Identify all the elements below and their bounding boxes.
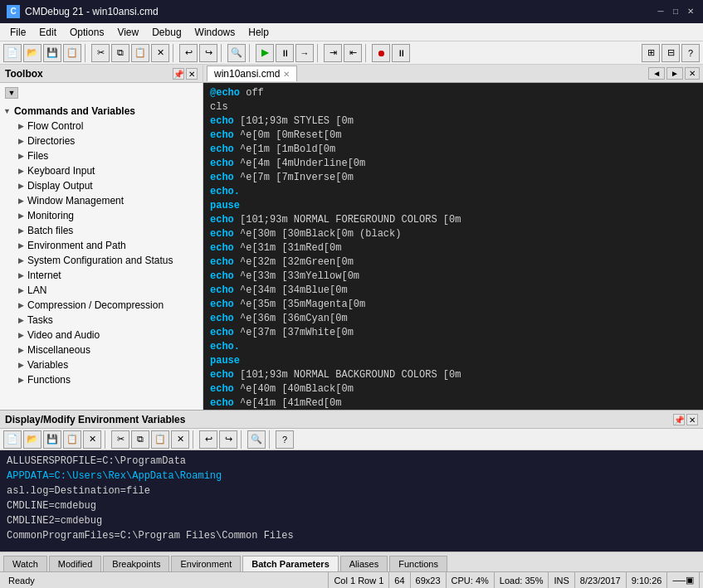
- toolbox-item-7[interactable]: ▶Batch files: [0, 223, 203, 238]
- env-undo-button[interactable]: ↩: [199, 430, 217, 449]
- run-button[interactable]: ▶: [256, 44, 274, 62]
- code-line-21: echo ^e[40m [40mBlack[0m: [203, 382, 703, 396]
- cut-button[interactable]: ✂: [91, 44, 110, 62]
- undo-button[interactable]: ↩: [179, 44, 198, 62]
- toolbox-item-6[interactable]: ▶Monitoring: [0, 208, 203, 223]
- menu-options[interactable]: Options: [63, 25, 110, 40]
- toolbox-item-17[interactable]: ▶Functions: [0, 372, 203, 387]
- maximize-button[interactable]: □: [670, 6, 681, 17]
- toolbox-item-4[interactable]: ▶Display Output: [0, 178, 203, 193]
- close-editor-button[interactable]: ✕: [685, 67, 700, 80]
- code-line-10: echo ^e[30m [30mBlack[0m (black): [203, 227, 703, 241]
- extra-btn1[interactable]: ⊞: [642, 44, 660, 62]
- env-find-button[interactable]: 🔍: [247, 430, 266, 449]
- toolbox-pin-button[interactable]: 📌: [173, 68, 184, 80]
- env-saveas-button[interactable]: 📋: [63, 430, 81, 449]
- stop-button[interactable]: ⏺: [372, 44, 390, 62]
- env-open-button[interactable]: 📂: [23, 430, 41, 449]
- record-button[interactable]: ⏸: [392, 44, 410, 62]
- back-button[interactable]: ⇤: [344, 44, 362, 62]
- toolbox-item-8[interactable]: ▶Environment and Path: [0, 238, 203, 253]
- toolbox-item-9[interactable]: ▶System Configuration and Status: [0, 253, 203, 268]
- item-arrow-8: ▶: [18, 241, 24, 250]
- bottom-tab-aliases[interactable]: Aliases: [340, 556, 388, 571]
- env-close-button[interactable]: ✕: [83, 430, 101, 449]
- close-button[interactable]: ✕: [685, 6, 696, 17]
- env-new-button[interactable]: 📄: [3, 430, 22, 449]
- toolbar-sep6: [365, 44, 369, 62]
- bottom-panel-controls: 📌 ✕: [673, 414, 698, 425]
- toolbox-item-3[interactable]: ▶Keyboard Input: [0, 163, 203, 178]
- extra-btn3[interactable]: ?: [681, 44, 700, 62]
- env-paste-button[interactable]: 📋: [151, 430, 169, 449]
- item-label-10: Internet: [27, 270, 61, 281]
- copy-button[interactable]: ⧉: [111, 44, 129, 62]
- editor-tab-main[interactable]: win10ansi.cmd ✕: [207, 66, 297, 81]
- env-redo-button[interactable]: ↪: [219, 430, 237, 449]
- scroll-left-button[interactable]: ◄: [648, 67, 665, 80]
- toolbox-item-10[interactable]: ▶Internet: [0, 268, 203, 283]
- bottom-tab-environment[interactable]: Environment: [171, 556, 241, 571]
- toolbox-close-button[interactable]: ✕: [186, 68, 198, 80]
- toolbox-item-5[interactable]: ▶Window Management: [0, 193, 203, 208]
- toolbox-controls: 📌 ✕: [173, 68, 198, 80]
- status-zoom[interactable]: ──▣: [667, 572, 700, 588]
- bottom-tab-breakpoints[interactable]: Breakpoints: [103, 556, 169, 571]
- delete-button[interactable]: ✕: [151, 44, 169, 62]
- bottom-tab-functions[interactable]: Functions: [389, 556, 447, 571]
- item-arrow-7: ▶: [18, 226, 24, 235]
- toolbox-item-16[interactable]: ▶Variables: [0, 357, 203, 372]
- env-copy-button[interactable]: ⧉: [131, 430, 149, 449]
- toolbox-item-2[interactable]: ▶Files: [0, 148, 203, 163]
- goto-button[interactable]: ⇥: [324, 44, 342, 62]
- new-button[interactable]: 📄: [3, 44, 22, 62]
- item-arrow-9: ▶: [18, 256, 24, 265]
- pause-button[interactable]: ⏸: [276, 44, 294, 62]
- bottom-tab-batch-parameters[interactable]: Batch Parameters: [242, 556, 339, 571]
- toolbox-item-15[interactable]: ▶Miscellaneous: [0, 343, 203, 357]
- toolbox-item-13[interactable]: ▶Tasks: [0, 313, 203, 328]
- menu-help[interactable]: Help: [242, 25, 276, 40]
- scroll-right-button[interactable]: ►: [666, 67, 683, 80]
- menu-file[interactable]: File: [3, 25, 32, 40]
- env-delete-button[interactable]: ✕: [171, 430, 189, 449]
- save-button[interactable]: 💾: [43, 44, 61, 62]
- paste-button[interactable]: 📋: [131, 44, 149, 62]
- env-list[interactable]: ALLUSERSPROFILE=C:\ProgramDataAPPDATA=C:…: [0, 450, 703, 552]
- item-arrow-1: ▶: [18, 137, 24, 145]
- bottom-tab-modified[interactable]: Modified: [49, 556, 102, 571]
- menu-edit[interactable]: Edit: [32, 25, 63, 40]
- code-line-19: pause: [203, 354, 703, 368]
- toolbox-item-12[interactable]: ▶Compression / Decompression: [0, 298, 203, 313]
- saveas-button[interactable]: 📋: [63, 44, 81, 62]
- toolbox-item-0[interactable]: ▶Flow Control: [0, 119, 203, 134]
- open-button[interactable]: 📂: [23, 44, 41, 62]
- menu-debug[interactable]: Debug: [145, 25, 188, 40]
- toolbox-dropdown-btn[interactable]: ▼: [5, 87, 18, 99]
- commands-variables-header[interactable]: ▼ Commands and Variables: [0, 104, 203, 119]
- item-arrow-17: ▶: [18, 376, 24, 384]
- redo-button[interactable]: ↪: [199, 44, 217, 62]
- minimize-button[interactable]: ─: [655, 6, 666, 17]
- find-button[interactable]: 🔍: [227, 44, 246, 62]
- editor-tab-close[interactable]: ✕: [283, 70, 290, 79]
- panel-pin-button[interactable]: 📌: [673, 414, 685, 425]
- env-help-button[interactable]: ?: [276, 430, 294, 449]
- panel-close-button[interactable]: ✕: [686, 414, 698, 425]
- section-expand-arrow: ▼: [3, 107, 11, 115]
- env-cut-button[interactable]: ✂: [111, 430, 129, 449]
- menu-view[interactable]: View: [110, 25, 145, 40]
- menu-windows[interactable]: Windows: [188, 25, 242, 40]
- toolbox-item-11[interactable]: ▶LAN: [0, 283, 203, 298]
- item-label-7: Batch files: [27, 225, 73, 236]
- title-bar-title: CMDebug 21 - win10ansi.cmd: [25, 6, 159, 17]
- code-editor[interactable]: @echo offclsecho [101;93m STYLES [0mecho…: [203, 83, 703, 410]
- step-button[interactable]: →: [295, 44, 314, 62]
- env-save-button[interactable]: 💾: [43, 430, 61, 449]
- item-label-4: Display Output: [27, 180, 93, 192]
- env-line-4: CMDLINE2=cmdebug: [7, 513, 696, 528]
- bottom-tab-watch[interactable]: Watch: [3, 556, 47, 571]
- toolbox-item-14[interactable]: ▶Video and Audio: [0, 328, 203, 343]
- extra-btn2[interactable]: ⊟: [662, 44, 680, 62]
- toolbox-item-1[interactable]: ▶Directories: [0, 134, 203, 148]
